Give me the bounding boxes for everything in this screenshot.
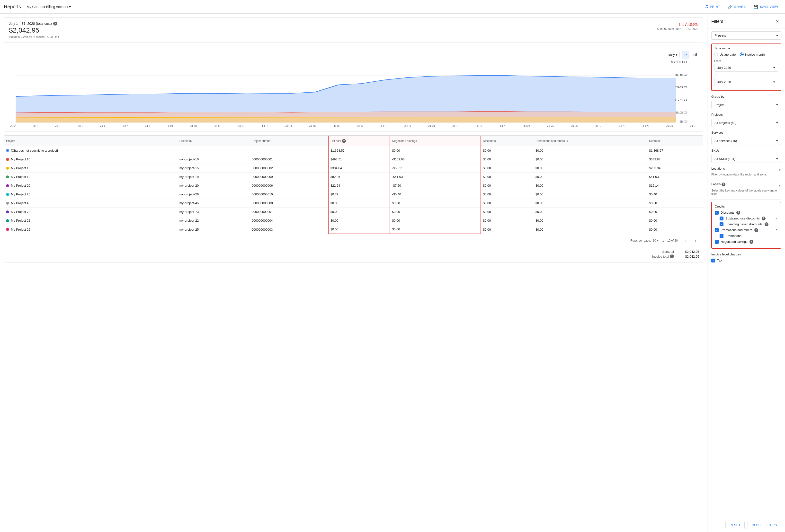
projects-section: Projects All projects (40) ▾ [711, 113, 781, 127]
discounts-info-icon[interactable]: ? [736, 211, 740, 215]
line-chart-button[interactable] [682, 51, 689, 59]
negotiated-savings-checkbox[interactable] [715, 240, 718, 244]
negotiated-savings-info-icon[interactable]: ? [750, 240, 753, 244]
summary-info-icon[interactable]: ? [53, 22, 57, 26]
rows-per-page-control: Rows per page: 10 ▾ [630, 239, 658, 242]
cell-list-cost: $0.00 [328, 199, 390, 208]
promotions-checkbox[interactable] [719, 234, 724, 238]
summary-change: ↑ 17.08% [657, 22, 698, 27]
account-dropdown-icon: ▾ [69, 5, 71, 9]
cell-project: My Project 20 [4, 181, 178, 190]
cell-project-number: 000000000006 [250, 181, 328, 190]
skus-dropdown[interactable]: All SKUs (194) ▾ [711, 155, 781, 163]
table-row: My Project 22 my-project-22 000000000004… [4, 216, 703, 225]
group-by-section: Group by Project ▾ [711, 95, 781, 109]
cell-project-id: my-project-26 [178, 190, 250, 199]
usage-date-option[interactable]: Usage date [714, 53, 736, 56]
presets-select[interactable]: Presets ▾ [711, 31, 781, 39]
cell-subtotal: $283.94 [647, 164, 703, 172]
promotions-checkbox-item[interactable]: Promotions [719, 234, 778, 238]
pagination-info: 1 – 10 of 20 [662, 239, 678, 242]
summary-right: ↑ 17.08% $298.02 over June 1 – 30, 2020 [657, 22, 698, 31]
cell-project-id: my-project-20 [178, 181, 250, 190]
spending-based-info-icon[interactable]: ? [765, 222, 768, 226]
services-dropdown[interactable]: All services (16) ▾ [711, 137, 781, 145]
sustained-use-info-icon[interactable]: ? [762, 216, 765, 220]
group-by-dropdown[interactable]: Project ▾ [711, 101, 781, 109]
close-filters-button[interactable]: CLOSE FILTERS [748, 521, 781, 529]
tax-checkbox-item[interactable]: Tax [711, 259, 781, 263]
spending-based-checkbox[interactable] [719, 222, 724, 226]
group-by-title: Group by [711, 95, 781, 99]
svg-text:$100: $100 [670, 61, 687, 63]
col-list-cost[interactable]: List cost ? [328, 136, 390, 146]
spending-based-checkbox-item[interactable]: Spending based discounts ? [719, 222, 778, 226]
svg-text:$20: $20 [675, 111, 688, 114]
discounts-checkbox[interactable] [715, 211, 718, 215]
project-dot [6, 167, 9, 170]
projects-title: Projects [711, 113, 781, 116]
cell-project-number: 000000000003 [250, 225, 328, 234]
table-row: My Project 10 my-project-10 000000000001… [4, 155, 703, 164]
cell-promotions: $0.00 [534, 208, 647, 216]
svg-rect-2 [696, 53, 697, 56]
sort-icon[interactable]: ↓ [566, 139, 568, 143]
invoice-month-option[interactable]: Invoice month [740, 53, 765, 56]
filters-body: Presets ▾ Time range Usage date Invoice … [707, 28, 785, 518]
promotions-and-others-checkbox[interactable] [715, 228, 718, 232]
col-subtotal: Subtotal [647, 136, 703, 146]
bar-chart-button[interactable] [691, 51, 699, 59]
labels-collapse-icon[interactable]: ∨ [779, 184, 781, 187]
locations-section: Locations ∨ Filter by location data like… [711, 167, 781, 176]
cell-project: My Project 26 [4, 190, 178, 199]
skus-dropdown-icon: ▾ [776, 157, 778, 161]
sustained-use-checkbox-item[interactable]: Sustained use discounts ? ∧ [719, 216, 778, 220]
filters-footer: RESET CLOSE FILTERS [707, 518, 785, 532]
sustained-use-checkbox[interactable] [719, 216, 724, 220]
promotions-and-others-checkbox-item[interactable]: Promotions and others ? ∧ [715, 228, 778, 232]
cell-list-cost: $82.05 [328, 172, 390, 181]
promotions-and-others-chevron[interactable]: ∧ [775, 228, 778, 232]
svg-text:$0: $0 [679, 120, 688, 123]
reset-button[interactable]: RESET [726, 521, 744, 529]
invoice-charges-title: Invoice level charges [711, 252, 781, 256]
prev-page-button[interactable]: ‹ [682, 237, 688, 244]
table-row: [Charges not specific to a project] – $1… [4, 146, 703, 155]
cell-project-number: 000000000001 [250, 155, 328, 164]
from-dropdown[interactable]: July 2020 ▾ [714, 64, 778, 72]
cell-promotions: $0.00 [534, 164, 647, 172]
col-negotiated-savings[interactable]: Negotiated savings [390, 136, 481, 146]
project-name: My Project 15 [11, 166, 30, 170]
invoice-month-radio[interactable] [740, 53, 744, 56]
labels-info-icon[interactable]: ? [721, 183, 726, 186]
invoice-total-info-icon[interactable]: ? [670, 255, 674, 258]
projects-dropdown[interactable]: All projects (40) ▾ [711, 119, 781, 127]
account-selector[interactable]: My Contract Billing Account ▾ [25, 3, 73, 10]
sustained-use-chevron[interactable]: ∧ [775, 216, 778, 220]
subtotal-row: Subtotal $2,042.95 [8, 250, 699, 254]
promotions-and-others-info-icon[interactable]: ? [754, 228, 758, 232]
services-dropdown-icon: ▾ [776, 139, 778, 143]
save-view-button[interactable]: 💾 SAVE VIEW [751, 3, 781, 10]
to-dropdown[interactable]: July 2020 ▾ [714, 78, 778, 86]
usage-date-radio[interactable] [714, 53, 718, 56]
list-cost-info-icon[interactable]: ? [342, 139, 346, 143]
tax-checkbox[interactable] [711, 259, 715, 263]
chart-period-select[interactable]: Daily ▾ [666, 52, 680, 58]
rows-select[interactable]: 10 ▾ [653, 239, 658, 242]
project-dot [6, 210, 9, 213]
svg-text:$60: $60 [675, 86, 688, 89]
share-button[interactable]: 🔗 SHARE [725, 3, 749, 10]
discounts-checkbox-item[interactable]: Discounts ? [715, 211, 778, 215]
summary-section: July 1 – 31, 2020 (total cost) ? $2,042.… [4, 18, 703, 43]
cell-promotions: $0.00 [534, 190, 647, 199]
print-button[interactable]: 🖨 PRINT [702, 3, 723, 10]
locations-collapse-icon[interactable]: ∨ [779, 168, 781, 171]
next-page-button[interactable]: › [692, 237, 699, 244]
cell-promotions: $0.00 [534, 181, 647, 190]
filters-close-button[interactable]: ✕ [773, 18, 781, 25]
cell-list-cost: $0.00 [328, 208, 390, 216]
time-range-section: Time range Usage date Invoice month From… [711, 44, 781, 91]
negotiated-savings-checkbox-item[interactable]: Negotiated savings ? [715, 240, 778, 244]
cell-list-cost: $0.00 [328, 216, 390, 225]
